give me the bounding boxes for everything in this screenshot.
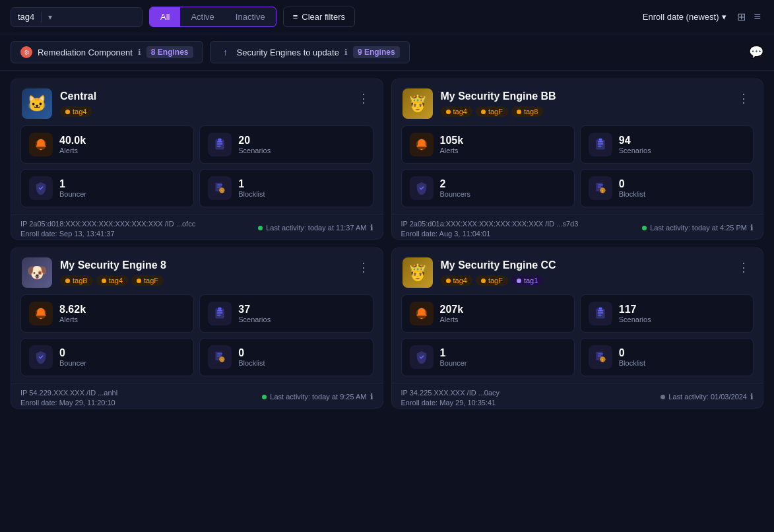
stat-label: Bouncer (59, 359, 86, 367)
card-footer: IP 34.225.XXX.XXX /ID ...0acy Enroll dat… (392, 383, 763, 408)
stat-label: Bouncer (59, 190, 86, 198)
card-title-area: My Security Engine 8 tagB tag4 tagF (60, 259, 347, 286)
tag-pill: tag4 (441, 106, 472, 117)
sort-label: Enroll date (newest) (643, 12, 719, 22)
stat-cell: 207k Alerts (401, 294, 575, 333)
stat-label: Alerts (59, 147, 86, 154)
stat-cell: 94 Scenarios (580, 125, 754, 164)
stat-cell: 8.62k Alerts (20, 294, 194, 333)
tag-pill: tag1 (511, 275, 543, 286)
tag-pill: tagF (131, 275, 164, 286)
info-icon[interactable]: ℹ (370, 392, 373, 401)
clear-filters-button[interactable]: ≡ Clear filters (283, 7, 355, 27)
tag-pill: tag4 (60, 106, 92, 117)
card-stats: 40.0k Alerts 20 Scenarios 1 Bouncer ! (11, 125, 383, 214)
stat-icon: ! (589, 176, 612, 200)
cards-grid: 🐱 Central tag4 ⋮ 40.0k Alerts (0, 71, 774, 416)
stat-cell: ! 0 Blocklist (580, 169, 754, 207)
stat-icon: ! (589, 345, 612, 369)
filter-inactive-tab[interactable]: Inactive (225, 7, 276, 26)
filter-active-tab[interactable]: Active (180, 7, 224, 26)
stat-cell: 1 Bouncer (401, 338, 575, 376)
card-avatar: 🐶 (22, 257, 52, 288)
card-header: 🐱 Central tag4 ⋮ (11, 79, 383, 125)
stat-cell: 1 Bouncer (20, 169, 194, 207)
stat-cell: ! 0 Blocklist (580, 338, 754, 376)
activity-text: Last activity: today at 9:25 AM (270, 393, 366, 401)
card-title: Central (60, 90, 347, 102)
activity-dot (642, 226, 647, 230)
sort-chevron-icon: ▾ (722, 12, 726, 22)
stat-value: 105k (440, 135, 464, 147)
activity-dot (262, 395, 267, 399)
search-box[interactable]: tag4 ▾ (11, 7, 143, 27)
stat-cell: 2 Bouncers (401, 169, 575, 207)
stat-icon (589, 133, 612, 156)
tag-pill: tag8 (511, 106, 543, 117)
stat-icon (410, 302, 434, 325)
card-header: 🤴 My Security Engine CC tag4 tagF tag1 ⋮ (392, 248, 763, 294)
activity-dot (258, 226, 263, 230)
remediation-icon: ⚙ (20, 46, 32, 58)
remediation-tab[interactable]: ⚙ Remediation Component ℹ 8 Engines (11, 41, 203, 63)
stat-icon (29, 176, 53, 200)
stat-cell: ! 1 Blocklist (199, 169, 373, 207)
stat-icon: ! (208, 176, 232, 200)
card-tags: tagB tag4 tagF (60, 275, 347, 286)
stat-icon: ! (208, 345, 232, 369)
info-icon[interactable]: ℹ (750, 392, 754, 401)
card-title: My Security Engine CC (441, 259, 728, 271)
card-title: My Security Engine BB (441, 90, 728, 102)
card-more-button[interactable]: ⋮ (735, 88, 752, 108)
info-icon[interactable]: ℹ (370, 223, 373, 232)
list-view-button[interactable]: ≡ (751, 9, 763, 25)
sort-button[interactable]: Enroll date (newest) ▾ (643, 12, 727, 22)
activity-text: Last activity: 01/03/2024 (668, 393, 747, 401)
stat-value: 1 (238, 178, 265, 190)
security-tab[interactable]: ↑ Security Engines to update ℹ 9 Engines (210, 41, 410, 63)
card-more-button[interactable]: ⋮ (735, 257, 752, 277)
search-dropdown-button[interactable]: ▾ (48, 13, 52, 22)
remediation-info-icon: ℹ (138, 48, 141, 57)
stat-label: Alerts (59, 316, 86, 323)
stat-cell: ! 0 Blocklist (199, 338, 373, 376)
stat-label: Scenarios (238, 316, 271, 323)
stat-label: Bouncer (440, 359, 467, 367)
stat-icon (29, 133, 53, 156)
stat-label: Scenarios (238, 147, 271, 154)
engine-card: 🤴 My Security Engine BB tag4 tagF tag8 ⋮ (391, 79, 764, 240)
card-footer: IP 2a05:d01a:XXX:XXX:XXX:XXX:XXX:XXX /ID… (392, 214, 763, 239)
stat-label: Alerts (440, 316, 464, 323)
stat-icon (410, 176, 434, 200)
card-avatar: 🤴 (403, 88, 433, 119)
activity-text: Last activity: today at 4:25 PM (650, 224, 747, 232)
filter-tabs: All Active Inactive (149, 7, 276, 27)
card-stats: 105k Alerts 94 Scenarios 2 Bouncers ! (392, 125, 763, 214)
view-toggle: ⊞ ≡ (734, 9, 763, 25)
info-icon[interactable]: ℹ (750, 223, 754, 232)
tag-pill: tag4 (441, 275, 472, 286)
chat-button[interactable]: 💬 (749, 45, 763, 59)
stat-value: 0 (619, 347, 645, 359)
card-more-button[interactable]: ⋮ (355, 88, 372, 108)
search-value: tag4 (18, 12, 34, 22)
stat-value: 40.0k (59, 135, 86, 147)
stat-label: Scenarios (619, 147, 651, 154)
engine-card: 🤴 My Security Engine CC tag4 tagF tag1 ⋮ (391, 248, 764, 409)
top-bar-right: Enroll date (newest) ▾ ⊞ ≡ (643, 9, 763, 25)
stat-value: 0 (238, 347, 265, 359)
stat-value: 8.62k (59, 304, 86, 316)
card-tags: tag4 tagF tag1 (441, 275, 728, 286)
filter-all-tab[interactable]: All (150, 7, 180, 26)
grid-view-button[interactable]: ⊞ (734, 9, 748, 25)
remediation-label: Remediation Component (38, 48, 133, 57)
stat-cell: 37 Scenarios (199, 294, 373, 333)
stat-icon (208, 302, 232, 325)
engine-card: 🐶 My Security Engine 8 tagB tag4 tagF ⋮ (11, 248, 383, 409)
card-title-area: My Security Engine BB tag4 tagF tag8 (441, 90, 728, 117)
card-title-area: Central tag4 (60, 90, 347, 117)
stat-cell: 0 Bouncer (20, 338, 194, 376)
card-more-button[interactable]: ⋮ (355, 257, 372, 277)
card-title: My Security Engine 8 (60, 259, 347, 271)
activity-text: Last activity: today at 11:37 AM (266, 224, 366, 232)
